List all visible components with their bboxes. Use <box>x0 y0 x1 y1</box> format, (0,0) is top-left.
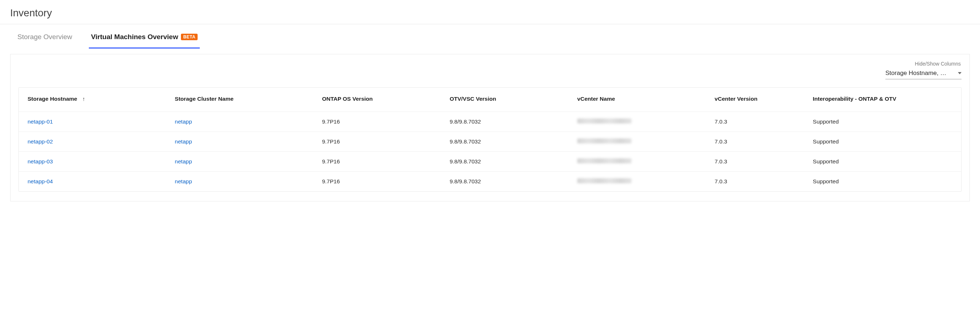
chevron-down-icon <box>958 72 961 74</box>
interop-value: Supported <box>813 138 839 144</box>
otv-version-value: 9.8/9.8.7032 <box>450 138 481 144</box>
table-row: netapp-02 netapp 9.7P16 9.8/9.8.7032 7.0… <box>19 132 961 152</box>
columns-select[interactable]: Storage Hostname, … <box>885 68 961 79</box>
tab-vm-overview[interactable]: Virtual Machines Overview BETA <box>89 26 200 49</box>
header-label: vCenter Name <box>577 96 615 102</box>
header-label: Storage Cluster Name <box>175 96 234 102</box>
storage-hostname-link[interactable]: netapp-02 <box>27 138 53 144</box>
sort-ascending-icon: ↑ <box>82 96 85 102</box>
tabs-bar: Storage Overview Virtual Machines Overvi… <box>10 26 970 49</box>
inventory-table: Storage Hostname ↑ Storage Cluster Name … <box>19 88 961 191</box>
columns-control: Hide/Show Columns Storage Hostname, … <box>19 61 961 79</box>
vcenter-version-value: 7.0.3 <box>714 119 727 125</box>
col-header-vcenter-version[interactable]: vCenter Version <box>706 88 804 112</box>
vcenter-name-redacted <box>577 158 632 163</box>
col-header-storage-hostname[interactable]: Storage Hostname ↑ <box>19 88 166 112</box>
interop-value: Supported <box>813 158 839 165</box>
ontap-version-value: 9.7P16 <box>322 138 340 144</box>
col-header-otv-vsc-version[interactable]: OTV/VSC Version <box>441 88 568 112</box>
header-label: vCenter Version <box>714 96 757 102</box>
interop-value: Supported <box>813 178 839 184</box>
table-row: netapp-03 netapp 9.7P16 9.8/9.8.7032 7.0… <box>19 152 961 172</box>
interop-value: Supported <box>813 119 839 125</box>
tab-label: Storage Overview <box>18 33 72 41</box>
beta-badge: BETA <box>181 34 197 40</box>
page-title: Inventory <box>10 7 970 24</box>
vcenter-name-redacted <box>577 178 632 183</box>
columns-control-label: Hide/Show Columns <box>915 61 961 66</box>
table-wrap: Storage Hostname ↑ Storage Cluster Name … <box>19 87 961 192</box>
storage-hostname-link[interactable]: netapp-03 <box>27 158 53 165</box>
vcenter-name-redacted <box>577 119 632 123</box>
header-label: ONTAP OS Version <box>322 96 373 102</box>
vcenter-name-redacted <box>577 138 632 144</box>
otv-version-value: 9.8/9.8.7032 <box>450 158 481 165</box>
content-card: Hide/Show Columns Storage Hostname, … St… <box>10 54 970 201</box>
storage-hostname-link[interactable]: netapp-01 <box>27 119 53 125</box>
vcenter-version-value: 7.0.3 <box>714 158 727 165</box>
tab-label: Virtual Machines Overview <box>91 33 178 41</box>
table-body: netapp-01 netapp 9.7P16 9.8/9.8.7032 7.0… <box>19 112 961 192</box>
vcenter-version-value: 7.0.3 <box>714 178 727 184</box>
col-header-storage-cluster-name[interactable]: Storage Cluster Name <box>166 88 313 112</box>
table-row: netapp-01 netapp 9.7P16 9.8/9.8.7032 7.0… <box>19 112 961 132</box>
columns-select-value: Storage Hostname, … <box>885 70 946 77</box>
header-label: Interoperability - ONTAP & OTV <box>813 96 896 102</box>
header-divider <box>0 24 980 24</box>
tab-storage-overview[interactable]: Storage Overview <box>15 26 74 49</box>
otv-version-value: 9.8/9.8.7032 <box>450 119 481 125</box>
ontap-version-value: 9.7P16 <box>322 119 340 125</box>
col-header-interoperability[interactable]: Interoperability - ONTAP & OTV <box>804 88 961 112</box>
table-row: netapp-04 netapp 9.7P16 9.8/9.8.7032 7.0… <box>19 172 961 192</box>
ontap-version-value: 9.7P16 <box>322 158 340 165</box>
otv-version-value: 9.8/9.8.7032 <box>450 178 481 184</box>
header-label: OTV/VSC Version <box>450 96 496 102</box>
storage-cluster-link[interactable]: netapp <box>175 138 192 144</box>
col-header-vcenter-name[interactable]: vCenter Name <box>568 88 706 112</box>
vcenter-version-value: 7.0.3 <box>714 138 727 144</box>
storage-cluster-link[interactable]: netapp <box>175 119 192 125</box>
storage-hostname-link[interactable]: netapp-04 <box>27 178 53 184</box>
table-header-row: Storage Hostname ↑ Storage Cluster Name … <box>19 88 961 112</box>
ontap-version-value: 9.7P16 <box>322 178 340 184</box>
storage-cluster-link[interactable]: netapp <box>175 158 192 165</box>
storage-cluster-link[interactable]: netapp <box>175 178 192 184</box>
header-label: Storage Hostname <box>27 96 77 102</box>
col-header-ontap-os-version[interactable]: ONTAP OS Version <box>313 88 441 112</box>
